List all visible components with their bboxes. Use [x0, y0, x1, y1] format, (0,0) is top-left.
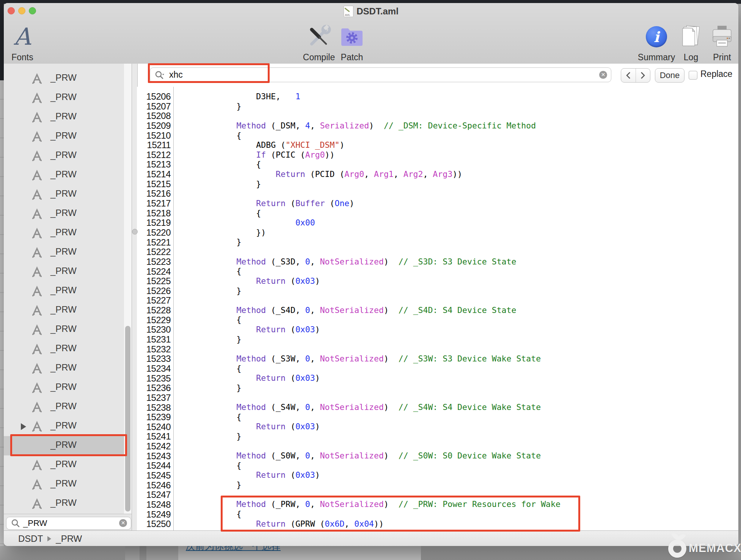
filter-clear-icon[interactable]: ✕ [119, 519, 127, 527]
sidebar-item[interactable]: _PRW [4, 243, 124, 262]
sidebar-item[interactable]: _PRW [4, 127, 124, 146]
sidebar-item[interactable]: _PRW [4, 455, 124, 475]
method-icon [31, 401, 43, 415]
fonts-label: Fonts [11, 52, 33, 62]
sidebar-item[interactable]: _PRW [4, 282, 124, 301]
replace-checkbox[interactable] [689, 71, 697, 80]
sidebar-item[interactable]: _PRW [4, 320, 124, 339]
sidebar-item[interactable]: _PRW [4, 397, 124, 417]
method-icon [31, 459, 43, 472]
aml-document-icon [344, 6, 353, 17]
annotation-box-prw-method [221, 496, 580, 532]
breadcrumb-leaf[interactable]: _PRW [56, 533, 82, 544]
line-number-gutter: 1520615207152081520915210152111521215213… [137, 92, 171, 530]
line-number: 15227 [137, 296, 171, 305]
print-toolbar-button[interactable]: Print [708, 18, 736, 62]
sidebar-item[interactable]: _PRW [4, 262, 124, 282]
method-icon [31, 189, 43, 202]
replace-label: Replace [700, 69, 732, 79]
find-previous-button[interactable] [621, 69, 636, 82]
sidebar-item-label: _PRW [50, 227, 77, 238]
line-number: 15249 [137, 510, 171, 519]
code-line: { [197, 315, 560, 325]
sidebar-item[interactable]: _PRW [4, 166, 124, 185]
code-line [197, 111, 560, 121]
log-label: Log [684, 52, 698, 62]
sidebar-item[interactable]: _PRW [4, 378, 124, 397]
code-line: { [197, 208, 560, 218]
fonts-toolbar-button[interactable]: A Fonts [10, 18, 35, 62]
sidebar-item[interactable]: _PRW [4, 185, 124, 204]
sidebar-item[interactable]: _PRW [4, 224, 124, 243]
sidebar-item[interactable]: _PRW [4, 108, 124, 127]
code-editor[interactable]: 1520615207152081520915210152111521215213… [137, 87, 738, 530]
sidebar-item[interactable]: _PRW [4, 359, 124, 378]
maciasl-window: DSDT.aml A Fonts [4, 3, 738, 546]
sidebar-item[interactable]: _PRW [4, 146, 124, 166]
sidebar-item[interactable]: _PRW [4, 475, 124, 494]
background-link-text: 次前为你挑选一个选择 [186, 546, 281, 552]
line-number: 15220 [137, 228, 171, 238]
printer-icon [711, 22, 733, 52]
sidebar-filter-input[interactable]: _PRW ✕ [6, 517, 131, 530]
patch-label: Patch [341, 52, 363, 62]
sidebar-item-label: _PRW [50, 401, 77, 411]
line-number: 15210 [137, 131, 171, 141]
line-number: 15232 [137, 344, 171, 354]
method-icon [31, 169, 43, 183]
annotation-box-sidebar-item [10, 434, 127, 456]
desktop-left-dark-strip [0, 4, 4, 80]
line-number: 15211 [137, 140, 171, 150]
sidebar-item-label: _PRW [50, 304, 77, 315]
summary-toolbar-button[interactable]: i Summary [636, 18, 677, 62]
disclosure-triangle-icon[interactable] [21, 423, 26, 430]
background-window-left-sliver [0, 80, 4, 546]
line-number: 15219 [137, 218, 171, 228]
patch-toolbar-button[interactable]: Patch [337, 18, 367, 62]
sidebar-item[interactable]: _PRW [4, 69, 124, 88]
method-icon [31, 363, 43, 376]
line-number: 15239 [137, 412, 171, 422]
clear-search-icon[interactable]: ✕ [599, 71, 607, 79]
sidebar-item[interactable]: _PRW [4, 417, 124, 436]
line-number: 15248 [137, 500, 171, 510]
compile-label: Compile [303, 52, 335, 62]
sidebar-item[interactable]: _PRW [4, 88, 124, 108]
sidebar-item[interactable]: _PRW [4, 204, 124, 224]
sidebar-item[interactable]: _PRW [4, 301, 124, 320]
window-toolbar: DSDT.aml A Fonts [4, 3, 738, 64]
code-text[interactable]: D3HE, 1 } Method (_DSM, 4, Serialized) /… [197, 92, 560, 530]
sidebar-item-label: _PRW [50, 188, 77, 199]
compile-toolbar-button[interactable]: Compile [300, 18, 338, 62]
breadcrumb-separator-icon [47, 536, 51, 541]
background-webpage-fragment: 次前为你挑选一个选择 [178, 546, 421, 560]
sidebar-scrollbar-thumb[interactable] [125, 326, 130, 512]
line-number: 15207 [137, 102, 171, 111]
line-number: 15217 [137, 199, 171, 208]
code-line: { [197, 160, 560, 169]
line-number: 15247 [137, 490, 171, 500]
line-number: 15214 [137, 169, 171, 179]
method-icon [31, 382, 43, 395]
pane-collapse-handle[interactable] [132, 229, 138, 235]
code-line: 0x00 [197, 218, 560, 228]
log-toolbar-button[interactable]: Log [678, 18, 703, 62]
done-button[interactable]: Done [655, 68, 684, 83]
method-icon [31, 479, 43, 492]
find-next-button[interactable] [636, 69, 650, 82]
line-number: 15209 [137, 121, 171, 131]
code-line: Method (_S3D, 0, NotSerialized) // _S3D:… [197, 257, 560, 267]
sidebar-item[interactable]: _PRW [4, 339, 124, 359]
method-icon [31, 150, 43, 163]
code-line: { [197, 131, 560, 141]
code-line: { [197, 461, 560, 471]
line-number: 15208 [137, 111, 171, 121]
code-line [197, 296, 560, 305]
sidebar-item-label: _PRW [50, 362, 77, 373]
sidebar-item-label: _PRW [50, 92, 77, 102]
line-number: 15213 [137, 160, 171, 169]
line-number: 15240 [137, 422, 171, 432]
sidebar-item[interactable]: _PRW [4, 494, 124, 513]
breadcrumb-root[interactable]: DSDT [18, 533, 43, 544]
window-title-group: DSDT.aml [4, 5, 738, 17]
